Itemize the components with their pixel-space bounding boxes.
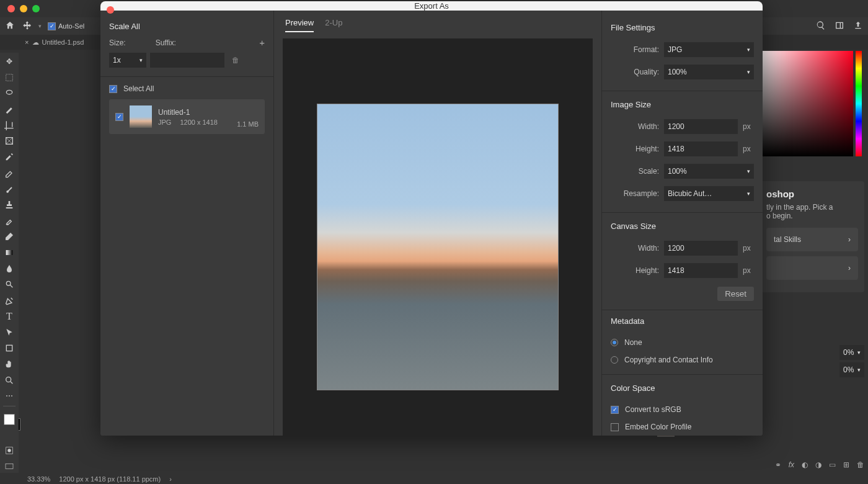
embed-profile-checkbox[interactable] <box>611 423 619 431</box>
color-picker[interactable] <box>760 51 853 156</box>
share-icon[interactable] <box>853 20 863 32</box>
chevron-right-icon: › <box>848 264 851 272</box>
canvas-height-label: Height: <box>611 266 659 275</box>
metadata-copyright-radio[interactable] <box>611 356 618 364</box>
size-label: Size: <box>109 38 126 47</box>
hue-slider[interactable] <box>856 51 862 156</box>
preview-image <box>317 104 559 390</box>
toolbox: ✥ T ⋯ <box>0 53 19 473</box>
move-tool-icon[interactable]: ✥ <box>2 55 16 68</box>
height-input[interactable]: 1418 <box>664 141 738 156</box>
color-space-title: Color Space <box>611 383 754 393</box>
asset-checkbox[interactable]: ✓ <box>115 113 123 121</box>
metadata-none-radio[interactable] <box>611 339 618 346</box>
color-swatch[interactable] <box>4 414 15 425</box>
dialog-close-icon[interactable] <box>107 6 114 14</box>
svg-point-4 <box>6 282 11 286</box>
svg-rect-0 <box>6 74 13 81</box>
blur-tool-icon[interactable] <box>2 262 16 275</box>
stamp-tool-icon[interactable] <box>2 199 16 211</box>
select-all-label: Select All <box>123 84 154 93</box>
status-doc-info[interactable]: 1200 px x 1418 px (118.11 ppcm) <box>59 475 161 483</box>
home-icon[interactable] <box>5 20 16 32</box>
convert-srgb-checkbox[interactable]: ✓ <box>611 406 619 414</box>
screen-mode-icon[interactable] <box>2 460 16 473</box>
brush-tool-icon[interactable] <box>2 183 16 195</box>
tab-preview[interactable]: Preview <box>285 18 314 32</box>
export-as-dialog: Export As Scale All Size: Suffix: + 1x▾ … <box>100 1 763 436</box>
svg-rect-3 <box>6 250 13 255</box>
canvas-size-title: Canvas Size <box>611 222 754 231</box>
pen-tool-icon[interactable] <box>2 294 16 307</box>
select-all-checkbox[interactable]: ✓ <box>109 85 117 93</box>
tab-2up[interactable]: 2-Up <box>325 18 342 32</box>
move-tool-icon[interactable] <box>22 20 32 32</box>
asset-size: 1.1 MB <box>237 120 259 128</box>
gradient-tool-icon[interactable] <box>2 246 16 259</box>
suffix-input[interactable] <box>150 53 224 68</box>
scale-dropdown[interactable]: 100%▾ <box>664 164 754 179</box>
layer-fx-icon[interactable]: fx <box>789 460 794 469</box>
discover-item[interactable]: tal Skills› <box>766 228 858 251</box>
path-select-tool-icon[interactable] <box>2 326 16 339</box>
lasso-tool-icon[interactable] <box>2 87 16 99</box>
opacity-dropdown[interactable]: 0%▾ <box>839 345 864 360</box>
adjustment-layer-icon[interactable]: ◑ <box>815 460 822 469</box>
discover-item[interactable]: › <box>766 256 858 280</box>
add-scale-icon[interactable]: + <box>259 37 265 48</box>
wand-tool-icon[interactable] <box>2 103 16 115</box>
canvas-width-input[interactable]: 1200 <box>664 241 738 256</box>
width-input[interactable]: 1200 <box>664 119 738 134</box>
format-dropdown[interactable]: JPG▾ <box>664 42 754 57</box>
shape-tool-icon[interactable] <box>2 342 16 354</box>
metadata-title: Metadata <box>611 316 754 326</box>
link-layers-icon[interactable]: ⚭ <box>775 460 781 469</box>
asset-dims: 1200 x 1418 <box>180 119 218 126</box>
svg-point-1 <box>6 91 12 95</box>
layer-group-icon[interactable]: ▭ <box>829 460 836 469</box>
healing-brush-tool-icon[interactable] <box>2 167 16 179</box>
delete-scale-icon[interactable]: 🗑 <box>232 56 239 65</box>
asset-thumbnail <box>130 105 152 128</box>
status-zoom[interactable]: 33.33% <box>27 475 50 483</box>
document-tab-label[interactable]: Untitled-1.psd <box>42 38 84 46</box>
canvas-height-input[interactable]: 1418 <box>664 263 738 278</box>
quality-dropdown[interactable]: 100%▾ <box>664 65 754 79</box>
zoom-tool-icon[interactable] <box>2 374 16 387</box>
eyedropper-tool-icon[interactable] <box>2 151 16 163</box>
search-icon[interactable] <box>816 20 826 32</box>
preview-canvas[interactable] <box>283 38 593 436</box>
chevron-right-icon: › <box>848 235 851 244</box>
dropdown-chevron-icon[interactable]: ▾ <box>38 23 42 29</box>
more-tools-icon[interactable]: ⋯ <box>2 390 16 402</box>
type-tool-icon[interactable]: T <box>2 310 16 323</box>
frame-tool-icon[interactable] <box>2 135 16 147</box>
svg-rect-5 <box>6 346 12 351</box>
height-label: Height: <box>611 145 659 153</box>
eraser-tool-icon[interactable] <box>2 231 16 243</box>
reset-button[interactable]: Reset <box>717 287 754 301</box>
history-brush-tool-icon[interactable] <box>2 215 16 227</box>
new-layer-icon[interactable]: ⊞ <box>843 460 849 469</box>
layer-mask-icon[interactable]: ◐ <box>802 460 808 469</box>
window-close-icon[interactable] <box>7 5 15 12</box>
chevron-right-icon[interactable]: › <box>169 475 172 483</box>
fill-dropdown[interactable]: 0%▾ <box>839 362 864 377</box>
panel-icon[interactable] <box>835 20 844 32</box>
marquee-tool-icon[interactable] <box>2 71 16 84</box>
auto-select-check[interactable]: ✓ Auto-Sel <box>48 22 84 30</box>
quick-mask-icon[interactable] <box>2 445 16 457</box>
unit-px: px <box>743 266 754 275</box>
window-maximize-icon[interactable] <box>32 5 40 12</box>
scale-label: Scale: <box>611 167 659 176</box>
resample-dropdown[interactable]: Bicubic Aut…▾ <box>664 186 754 201</box>
dodge-tool-icon[interactable] <box>2 279 16 291</box>
crop-tool-icon[interactable] <box>2 119 16 132</box>
tab-close-icon[interactable]: × <box>25 38 29 46</box>
size-dropdown[interactable]: 1x▾ <box>109 53 146 68</box>
status-bar: 33.33% 1200 px x 1418 px (118.11 ppcm) › <box>19 474 172 484</box>
window-minimize-icon[interactable] <box>20 5 27 12</box>
hand-tool-icon[interactable] <box>2 358 16 370</box>
asset-row[interactable]: ✓ Untitled-1 JPG 1200 x 1418 1.1 MB <box>109 99 265 134</box>
delete-layer-icon[interactable]: 🗑 <box>857 460 864 469</box>
